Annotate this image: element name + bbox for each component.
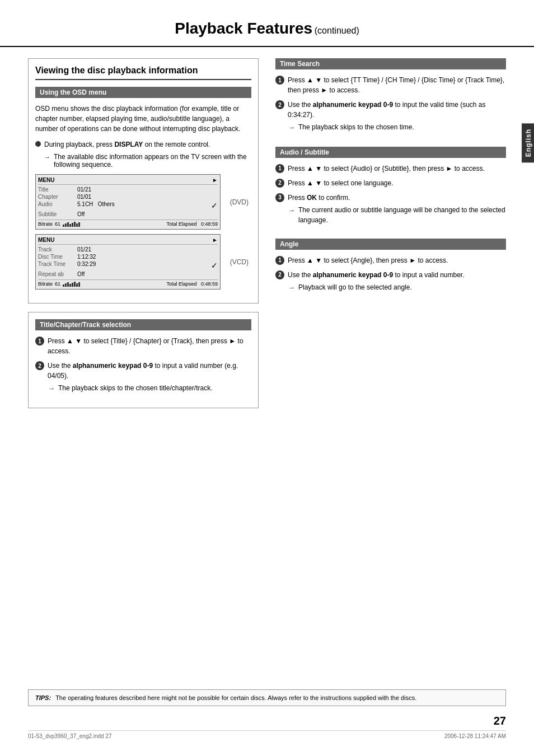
angle-section: Angle 1 Press ▲ ▼ to select {Angle}, the… bbox=[275, 239, 506, 296]
arrow-text: The available disc information appears o… bbox=[54, 153, 251, 169]
vcd-osd-wrapper: MENU ► Track 01/21 Disc Time 1:12:32 bbox=[35, 234, 221, 290]
vcd-tracktime-value: 0:32:29 bbox=[77, 261, 211, 270]
an-step-text-2: Use the alphanumeric keypad 0-9 to input… bbox=[288, 270, 506, 296]
as-step-num-2: 2 bbox=[275, 179, 284, 188]
tips-label: TIPS: bbox=[35, 694, 51, 701]
as-arrow-text: The current audio or subtitle language w… bbox=[298, 205, 506, 225]
dvd-elapsed: Total Elapsed 0:48:59 bbox=[166, 221, 218, 227]
vbar4 bbox=[69, 284, 71, 287]
vbar3 bbox=[67, 282, 69, 287]
vcd-menu-arrow: ► bbox=[212, 237, 218, 243]
arrow-sym: → bbox=[43, 153, 50, 169]
bar3 bbox=[67, 222, 69, 227]
ts-step-text-2: Use the alphanumeric keypad 0-9 to input… bbox=[288, 100, 506, 136]
viewing-section: Viewing the disc playback information Us… bbox=[28, 58, 259, 304]
bullet-dot bbox=[35, 141, 41, 147]
tips-box: TIPS: The operating features described h… bbox=[28, 689, 506, 706]
vbar1 bbox=[63, 284, 64, 287]
vcd-row-disctime: Disc Time 1:12:32 bbox=[38, 253, 218, 260]
footer-file: 01-53_dvp3960_37_eng2.indd 27 bbox=[28, 733, 112, 739]
tc-step-num-2: 2 bbox=[35, 361, 44, 370]
ts-step-2-arrow: → The playback skips to the chosen time. bbox=[288, 122, 506, 133]
page-title: Playback Features bbox=[175, 20, 312, 37]
dvd-row-audio: Audio 5.1CH Others ✓ bbox=[38, 200, 218, 211]
vcd-bitrate-label: Bitrate bbox=[38, 281, 53, 287]
dvd-bitrate-row: Bitrate 61 bbox=[38, 220, 218, 227]
tips-text: The operating features described here mi… bbox=[55, 694, 416, 701]
title-chapter-heading: Title/Chapter/Track selection bbox=[35, 319, 251, 330]
viewing-title: Viewing the disc playback information bbox=[35, 66, 251, 80]
bar6 bbox=[74, 222, 76, 227]
ts-step-1: 1 Press ▲ ▼ to select {TT Time} / {CH Ti… bbox=[275, 75, 506, 95]
ts-arrow-text: The playback skips to the chosen time. bbox=[298, 122, 414, 133]
audio-subtitle-section: Audio / Subtitle 1 Press ▲ ▼ to select {… bbox=[275, 147, 506, 227]
an-arrow-text: Playback will go to the selected angle. bbox=[298, 282, 412, 293]
page-footer: TIPS: The operating features described h… bbox=[28, 689, 506, 739]
time-search-section: Time Search 1 Press ▲ ▼ to select {TT Ti… bbox=[275, 58, 506, 136]
osd-section-heading: Using the OSD menu bbox=[35, 87, 251, 98]
dvd-row-title: Title 01/21 bbox=[38, 186, 218, 193]
vcd-track-label: Track bbox=[38, 246, 77, 253]
vcd-bitrate-number: 61 bbox=[55, 281, 60, 287]
dvd-row-subtitle: Subtitle Off bbox=[38, 211, 218, 218]
dvd-row-chapter: Chapter 01/01 bbox=[38, 193, 218, 200]
vcd-row-track: Track 01/21 bbox=[38, 246, 218, 253]
tc-step-num-1: 1 bbox=[35, 337, 44, 346]
dvd-chapter-value: 01/01 bbox=[77, 194, 218, 200]
as-step-3: 3 Press OK to confirm. → The current aud… bbox=[275, 193, 506, 227]
side-tab: English bbox=[522, 123, 534, 162]
dvd-bitrate-bars bbox=[63, 222, 80, 227]
as-step-num-3: 3 bbox=[275, 193, 284, 202]
osd-display-container: MENU ► Title 01/21 Chapter 01/01 bbox=[35, 174, 251, 290]
vcd-elapsed: Total Elapsed 0:48:59 bbox=[166, 281, 218, 287]
an-step-num-2: 2 bbox=[275, 270, 284, 279]
tc-step-2-arrow-text: The playback skips to the chosen title/c… bbox=[58, 383, 212, 394]
an-step-text-1: Press ▲ ▼ to select {Angle}, then press … bbox=[288, 255, 506, 265]
vcd-bitrate-row: Bitrate 61 bbox=[38, 279, 218, 287]
page-header: Playback Features (continued) bbox=[0, 0, 534, 47]
dvd-menu-label: MENU bbox=[38, 177, 54, 183]
dvd-title-value: 01/21 bbox=[77, 186, 218, 193]
dvd-audio-label: Audio bbox=[38, 201, 77, 210]
angle-heading: Angle bbox=[275, 239, 506, 250]
vcd-repeat-value: Off bbox=[77, 271, 218, 277]
footer-date: 2006-12-28 11:24:47 AM bbox=[444, 733, 506, 739]
title-chapter-section: Title/Chapter/Track selection 1 Press ▲ … bbox=[28, 312, 259, 408]
vcd-track-value: 01/21 bbox=[77, 246, 218, 253]
tc-step-1: 1 Press ▲ ▼ to select {Title} / {Chapter… bbox=[35, 336, 251, 356]
vbar2 bbox=[65, 283, 67, 287]
vbar6 bbox=[74, 282, 76, 287]
ts-step-2: 2 Use the alphanumeric keypad 0-9 to inp… bbox=[275, 100, 506, 136]
ts-step-num-1: 1 bbox=[275, 76, 284, 85]
osd-body-text: OSD menu shows the disc playback informa… bbox=[35, 104, 251, 134]
vbar8 bbox=[78, 282, 80, 287]
arrow-sym-2: → bbox=[48, 383, 55, 394]
vcd-tracktime-label: Track Time bbox=[38, 261, 77, 270]
an-step-2: 2 Use the alphanumeric keypad 0-9 to inp… bbox=[275, 270, 506, 296]
display-label: DISPLAY bbox=[114, 141, 143, 148]
ts-arrow-sym: → bbox=[288, 122, 295, 133]
vcd-disctime-value: 1:12:32 bbox=[77, 254, 218, 260]
bar2 bbox=[65, 223, 67, 227]
vbar5 bbox=[72, 283, 73, 287]
dvd-subtitle-value: Off bbox=[77, 211, 218, 217]
vcd-osd-box: MENU ► Track 01/21 Disc Time 1:12:32 bbox=[35, 234, 221, 290]
as-arrow-sym: → bbox=[288, 205, 295, 225]
vcd-bitrate-bars bbox=[63, 282, 80, 287]
ts-step-num-2: 2 bbox=[275, 100, 284, 109]
dvd-label: (DVD) bbox=[230, 198, 249, 206]
right-column: Time Search 1 Press ▲ ▼ to select {TT Ti… bbox=[275, 58, 506, 408]
vcd-menu-label: MENU bbox=[38, 237, 54, 243]
page-number-row: 27 bbox=[28, 715, 506, 727]
time-search-heading: Time Search bbox=[275, 58, 506, 69]
page-number: 27 bbox=[494, 715, 506, 727]
arrow-item: → The available disc information appears… bbox=[43, 153, 251, 169]
vcd-disctime-label: Disc Time bbox=[38, 254, 77, 260]
bar4 bbox=[69, 224, 71, 227]
dvd-audio-value: 5.1CH Others bbox=[77, 201, 211, 210]
bar8 bbox=[78, 222, 80, 227]
vcd-check-mark: ✓ bbox=[211, 261, 218, 270]
page: English Playback Features (continued) Vi… bbox=[0, 0, 534, 756]
tc-step-text-1: Press ▲ ▼ to select {Title} / {Chapter} … bbox=[48, 336, 251, 356]
tc-step-text-2: Use the alphanumeric keypad 0-9 to input… bbox=[48, 361, 251, 396]
